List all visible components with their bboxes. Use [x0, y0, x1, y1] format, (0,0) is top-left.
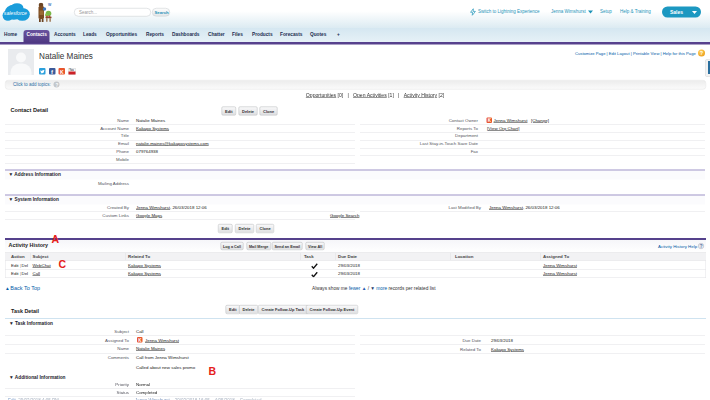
svg-text:salesforce: salesforce — [4, 10, 27, 16]
svg-text:W: W — [48, 3, 52, 7]
